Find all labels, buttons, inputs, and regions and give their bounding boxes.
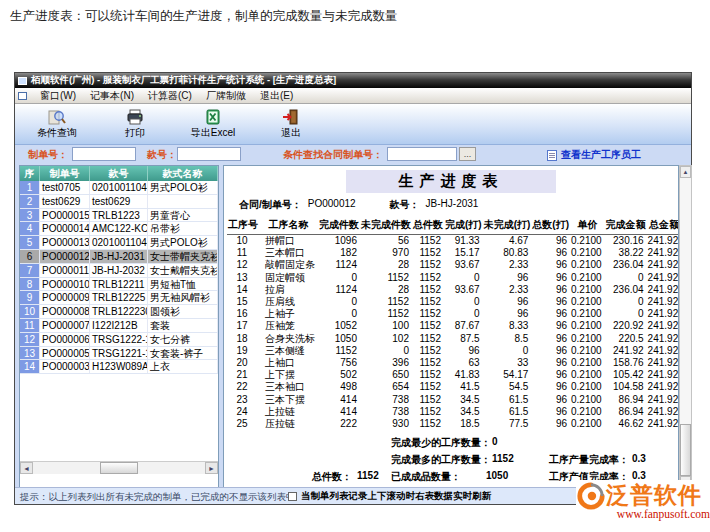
progress-column-header[interactable]: 完成件数 xyxy=(318,217,360,235)
progress-cell: 230.16 xyxy=(605,235,647,248)
order-list-row[interactable]: 12PO000006TRSG1222-1女七分裤 xyxy=(20,333,218,347)
order-list-row[interactable]: 13PO000005TRSG1221-1女套装-裤子 xyxy=(20,347,218,361)
progress-vscrollbar[interactable]: ▲ ▼ xyxy=(679,165,692,489)
contract-search-input[interactable] xyxy=(387,147,457,161)
order-no-input[interactable] xyxy=(72,147,136,161)
progress-cell: 41.83 xyxy=(444,369,483,381)
vscroll-thumb[interactable] xyxy=(680,424,691,476)
row-number: 5 xyxy=(20,236,40,249)
progress-info: 合同/制单号： PO000012 款号： JB-HJ-2031 xyxy=(224,198,678,212)
progress-cell: 241.92 xyxy=(605,345,647,357)
progress-column-header[interactable]: 工序号 xyxy=(227,217,259,235)
order-list-row[interactable]: 3PO000015TRLB1223男童背心 xyxy=(20,209,218,223)
progress-cell: 0.2100 xyxy=(570,381,605,393)
style-label: 款号： xyxy=(390,198,420,212)
progress-cell: 22 xyxy=(227,381,259,393)
order-list-row[interactable]: 10PO000008TRLB122230圆领衫 xyxy=(20,305,218,319)
progress-table-row[interactable]: 17压袖笼1052100115287.678.33960.2100220.922… xyxy=(227,320,679,332)
order-list-row[interactable]: 7PO000011JB-HJ-2032女士戴帽夹克衫 xyxy=(20,264,218,278)
refresh-checkbox[interactable] xyxy=(288,492,297,501)
order-list-row[interactable]: 1test0705020100110446男式POLO衫 xyxy=(20,181,218,195)
progress-column-header[interactable]: 总数(打) xyxy=(531,217,570,235)
order-list-cell: 女士带帽夹克衫 xyxy=(148,250,218,263)
export-excel-button[interactable]: 导出Excel xyxy=(183,106,243,142)
progress-table-row[interactable]: 23三本下摆414738115234.561.5960.210086.94241… xyxy=(227,394,679,406)
exit-button[interactable]: 退出 xyxy=(261,106,321,142)
order-list-row[interactable]: 5PO000013020100110446男式POLO衫 xyxy=(20,236,218,250)
order-list-header-cell[interactable]: 序 xyxy=(20,166,40,181)
progress-table-body: 10拼帽口109656115291.334.67960.2100230.1624… xyxy=(227,235,679,431)
order-list-header-cell[interactable]: 制单号 xyxy=(40,166,90,181)
order-list-row[interactable]: 14PO000003H123W089A上衣 xyxy=(20,360,218,374)
progress-cell: 502 xyxy=(318,369,360,381)
view-process-workers-link[interactable]: 查看生产工序员工 xyxy=(547,148,641,162)
order-list-row[interactable]: 11PO000007I122I212B套装 xyxy=(20,319,218,333)
progress-table-row[interactable]: 12敲帽固定条112428115293.672.33960.2100236.04… xyxy=(227,259,679,271)
order-list-row[interactable]: 6PO000012JB-HJ-2031女士带帽夹克衫 xyxy=(20,250,218,264)
progress-column-header[interactable]: 完成金额 xyxy=(605,217,647,235)
row-number: 2 xyxy=(20,195,40,208)
scroll-right-icon[interactable]: ► xyxy=(205,462,218,474)
progress-cell: 28 xyxy=(360,284,412,296)
progress-table-row[interactable]: 22三本袖口498654115241.554.5960.2100104.5824… xyxy=(227,381,679,393)
progress-table-row[interactable]: 14拉肩112428115293.672.33960.2100236.04241… xyxy=(227,284,679,296)
progress-column-header[interactable]: 完成(打) xyxy=(444,217,483,235)
progress-column-header[interactable]: 总件数 xyxy=(412,217,444,235)
menu-item[interactable]: 记事本(N) xyxy=(83,89,141,103)
scroll-left-icon[interactable]: ◄ xyxy=(20,462,33,474)
order-list-row[interactable]: 8PO000010TRLB12211男短袖T恤 xyxy=(20,278,218,292)
progress-column-header[interactable]: 未完成(打) xyxy=(483,217,532,235)
progress-cell: 93.67 xyxy=(444,284,483,296)
progress-table-row[interactable]: 15压肩线011521152096960.21000241.92 xyxy=(227,296,679,308)
progress-table-row[interactable]: 18合身夹洗标1050102115287.58.5960.2100220.524… xyxy=(227,333,679,345)
progress-table-row[interactable]: 20上袖口75639611526333960.2100158.76241.92 xyxy=(227,357,679,369)
progress-cell: 8.5 xyxy=(483,333,532,345)
progress-cell: 15.17 xyxy=(444,247,483,259)
progress-column-header[interactable]: 未完成件数 xyxy=(360,217,412,235)
mdi-child-icon[interactable] xyxy=(18,92,27,100)
progress-cell: 21 xyxy=(227,369,259,381)
order-list-row[interactable]: 4PO000014AMC122-KCD31吊带衫 xyxy=(20,222,218,236)
menu-item[interactable]: 退出(E) xyxy=(253,89,300,103)
menu-item[interactable]: 窗口(W) xyxy=(33,89,83,103)
browse-button[interactable]: ... xyxy=(459,147,476,161)
progress-cell: 1050 xyxy=(318,333,360,345)
progress-column-header[interactable]: 总金额 xyxy=(647,217,679,235)
order-list-row[interactable]: 2test0629test0629 xyxy=(20,195,218,209)
print-button[interactable]: 打印 xyxy=(105,106,165,142)
scroll-up-icon[interactable]: ▲ xyxy=(680,166,691,178)
order-list-cell: 上衣 xyxy=(148,360,218,373)
order-list-cell: 男式POLO衫 xyxy=(148,236,218,249)
menu-item[interactable]: 计算器(C) xyxy=(141,89,199,103)
progress-cell: 96 xyxy=(483,308,532,320)
refresh-checkbox-wrap[interactable]: 当制单列表记录上下滚动时右表数据实时刷新 xyxy=(288,490,491,503)
progress-table-row[interactable]: 13固定帽领011521152096960.21000241.92 xyxy=(227,272,679,284)
progress-cell: 96 xyxy=(531,320,570,332)
progress-table-row[interactable]: 25压拉链222930115218.577.5960.210046.62241.… xyxy=(227,418,679,430)
progress-table-row[interactable]: 24上拉链414738115234.561.5960.210086.94241.… xyxy=(227,406,679,418)
order-list-row[interactable]: 9PO000009TRLB12225男无袖风帽衫 xyxy=(20,291,218,305)
progress-table-row[interactable]: 11三本帽口182970115215.1780.83960.210038.222… xyxy=(227,247,679,259)
progress-cell: 96 xyxy=(531,394,570,406)
order-list-header-cell[interactable]: 款式名称 xyxy=(148,166,218,181)
progress-table-row[interactable]: 10拼帽口109656115291.334.67960.2100230.1624… xyxy=(227,235,679,248)
progress-cell: 241.92 xyxy=(647,333,679,345)
hscroll-thumb[interactable] xyxy=(100,462,138,474)
progress-column-header[interactable]: 单价 xyxy=(570,217,605,235)
order-list-header-cell[interactable]: 款号 xyxy=(90,166,148,181)
style-no-input[interactable] xyxy=(177,147,241,161)
progress-cell: 23 xyxy=(227,394,259,406)
progress-cell: 182 xyxy=(318,247,360,259)
progress-column-header[interactable]: 工序名称 xyxy=(259,217,318,235)
menu-item[interactable]: 厂牌制做 xyxy=(199,89,253,103)
progress-cell: 12 xyxy=(227,259,259,271)
min-process-value: 0 xyxy=(492,436,498,447)
progress-cell: 738 xyxy=(360,394,412,406)
progress-cell: 1152 xyxy=(412,369,444,381)
progress-cell: 0 xyxy=(318,272,360,284)
progress-table-row[interactable]: 16上袖子011521152096960.21000241.92 xyxy=(227,308,679,320)
query-button[interactable]: 条件查询 xyxy=(27,106,87,142)
order-list-hscrollbar[interactable]: ◄ ► xyxy=(20,461,218,474)
progress-table-row[interactable]: 21上下摆502650115241.8354.17960.2100105.422… xyxy=(227,369,679,381)
progress-table-row[interactable]: 19三本侧缝115201152960960.2100241.92241.92 xyxy=(227,345,679,357)
